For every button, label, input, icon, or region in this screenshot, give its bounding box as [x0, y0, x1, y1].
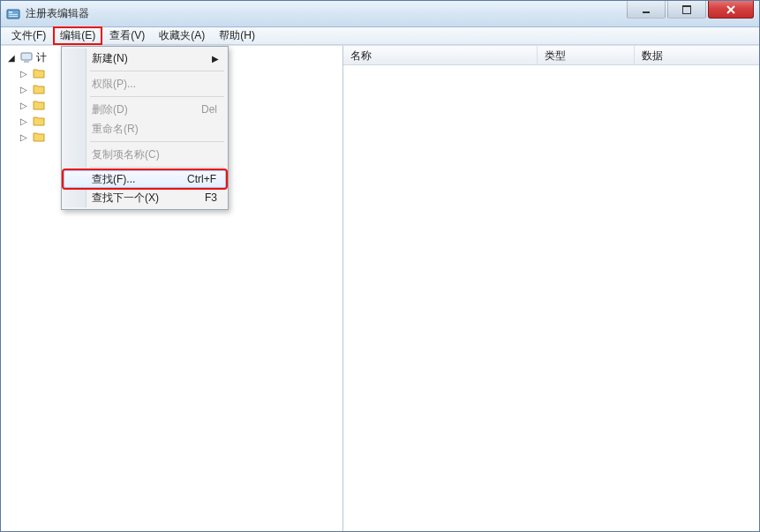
- collapse-arrow-icon[interactable]: ▷: [19, 116, 29, 126]
- submenu-arrow-icon: ▶: [212, 54, 219, 64]
- tree-pane: ◢ 计 ▷ ▷ ▷: [1, 46, 343, 531]
- menu-separator: [90, 141, 224, 142]
- menu-item-new[interactable]: 新建(N) ▶: [64, 49, 226, 68]
- svg-rect-2: [9, 14, 18, 15]
- menu-favorites[interactable]: 收藏夹(A): [152, 26, 212, 45]
- computer-icon: [19, 50, 34, 64]
- svg-rect-10: [24, 61, 29, 63]
- svg-rect-6: [682, 5, 691, 7]
- edit-dropdown-menu: 新建(N) ▶ 权限(P)... 删除(D) Del 重命名(R) 复制项名称(…: [61, 46, 229, 210]
- menu-item-find[interactable]: 查找(F)... Ctrl+F: [64, 170, 226, 188]
- menu-item-label: 新建(N): [92, 51, 128, 66]
- client-area: ◢ 计 ▷ ▷ ▷: [1, 45, 759, 531]
- menu-view[interactable]: 查看(V): [102, 26, 152, 45]
- menu-item-delete[interactable]: 删除(D) Del: [64, 100, 226, 119]
- close-button[interactable]: [708, 1, 754, 19]
- menubar: 文件(F) 编辑(E) 查看(V) 收藏夹(A) 帮助(H): [1, 27, 759, 45]
- menu-shortcut: Del: [201, 103, 217, 116]
- menu-item-label: 删除(D): [92, 102, 128, 117]
- svg-rect-3: [9, 16, 18, 17]
- folder-icon: [32, 82, 46, 96]
- menu-file[interactable]: 文件(F): [4, 26, 53, 45]
- menu-item-label: 查找(F)...: [92, 172, 135, 187]
- list-header: 名称 类型 数据: [343, 46, 759, 65]
- menu-item-label: 重命名(R): [92, 122, 139, 137]
- maximize-icon: [682, 5, 691, 14]
- menu-shortcut: F3: [205, 191, 217, 204]
- minimize-button[interactable]: [627, 1, 666, 19]
- menu-item-find-next[interactable]: 查找下一个(X) F3: [64, 188, 226, 207]
- minimize-icon: [642, 5, 651, 14]
- folder-icon: [32, 98, 46, 112]
- menu-item-rename[interactable]: 重命名(R): [64, 119, 226, 139]
- collapse-arrow-icon[interactable]: ▷: [19, 85, 29, 94]
- menu-item-copy-key-name[interactable]: 复制项名称(C): [64, 145, 226, 164]
- menu-item-label: 权限(P)...: [92, 77, 136, 92]
- column-type[interactable]: 类型: [538, 46, 635, 64]
- expand-arrow-icon[interactable]: ◢: [6, 53, 17, 63]
- menu-item-label: 复制项名称(C): [92, 147, 160, 162]
- folder-icon: [32, 130, 46, 144]
- svg-rect-9: [21, 53, 32, 60]
- menu-edit[interactable]: 编辑(E): [53, 26, 102, 45]
- list-pane: 名称 类型 数据: [343, 46, 759, 531]
- window-controls: [627, 1, 759, 26]
- collapse-arrow-icon[interactable]: ▷: [19, 132, 29, 142]
- window-title: 注册表编辑器: [26, 6, 89, 21]
- column-data[interactable]: 数据: [635, 46, 759, 64]
- menu-separator: [90, 96, 224, 97]
- menu-item-permissions[interactable]: 权限(P)...: [64, 74, 226, 94]
- folder-icon: [32, 114, 46, 128]
- collapse-arrow-icon[interactable]: ▷: [19, 101, 29, 110]
- svg-rect-1: [9, 11, 12, 13]
- menu-shortcut: Ctrl+F: [187, 173, 216, 185]
- menu-item-label: 查找下一个(X): [92, 191, 159, 206]
- column-name[interactable]: 名称: [343, 46, 538, 64]
- menu-separator: [90, 167, 224, 168]
- maximize-button[interactable]: [667, 1, 706, 19]
- collapse-arrow-icon[interactable]: ▷: [19, 69, 29, 79]
- folder-icon: [32, 66, 46, 80]
- regedit-app-icon: [6, 7, 20, 21]
- titlebar: 注册表编辑器: [1, 1, 759, 27]
- close-icon: [726, 5, 736, 14]
- svg-rect-4: [643, 11, 650, 13]
- menu-separator: [90, 71, 224, 71]
- regedit-window: 注册表编辑器 文件(F) 编辑(E) 查看(V) 收藏夹(A) 帮助(H) ◢: [0, 0, 760, 532]
- tree-root-label: 计: [36, 50, 47, 65]
- menu-help[interactable]: 帮助(H): [212, 26, 262, 45]
- titlebar-left: 注册表编辑器: [1, 6, 89, 21]
